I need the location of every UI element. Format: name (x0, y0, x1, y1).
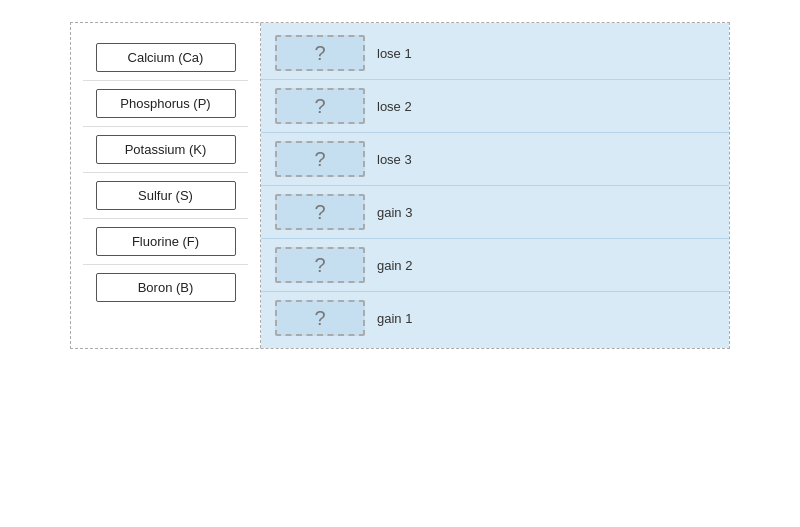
electron-label-gain3: gain 3 (377, 205, 432, 220)
match-row-lose3: ?lose 3 (261, 133, 729, 186)
drop-zone-lose2[interactable]: ? (275, 88, 365, 124)
atom-label-calcium[interactable]: Calcium (Ca) (96, 43, 236, 72)
drop-zone-gain2[interactable]: ? (275, 247, 365, 283)
drop-zone-gain1[interactable]: ? (275, 300, 365, 336)
electron-label-lose2: lose 2 (377, 99, 432, 114)
atom-row-sulfur: Sulfur (S) (83, 173, 248, 219)
electron-label-lose3: lose 3 (377, 152, 432, 167)
match-row-lose1: ?lose 1 (261, 27, 729, 80)
atom-list: Calcium (Ca)Phosphorus (P)Potassium (K)S… (83, 31, 248, 314)
electron-label-gain1: gain 1 (377, 311, 432, 326)
atom-row-fluorine: Fluorine (F) (83, 219, 248, 265)
atom-row-calcium: Calcium (Ca) (83, 35, 248, 81)
atom-label-boron[interactable]: Boron (B) (96, 273, 236, 302)
matches-panel: ?lose 1?lose 2?lose 3?gain 3?gain 2?gain… (261, 23, 729, 348)
atom-row-boron: Boron (B) (83, 265, 248, 310)
electron-label-gain2: gain 2 (377, 258, 432, 273)
drop-zone-lose3[interactable]: ? (275, 141, 365, 177)
drop-zone-gain3[interactable]: ? (275, 194, 365, 230)
atom-label-potassium[interactable]: Potassium (K) (96, 135, 236, 164)
atom-row-phosphorus: Phosphorus (P) (83, 81, 248, 127)
atom-label-fluorine[interactable]: Fluorine (F) (96, 227, 236, 256)
match-row-gain2: ?gain 2 (261, 239, 729, 292)
atom-label-phosphorus[interactable]: Phosphorus (P) (96, 89, 236, 118)
atoms-panel: Calcium (Ca)Phosphorus (P)Potassium (K)S… (71, 23, 261, 348)
match-row-lose2: ?lose 2 (261, 80, 729, 133)
match-row-gain3: ?gain 3 (261, 186, 729, 239)
electron-label-lose1: lose 1 (377, 46, 432, 61)
drop-zone-lose1[interactable]: ? (275, 35, 365, 71)
atom-label-sulfur[interactable]: Sulfur (S) (96, 181, 236, 210)
atom-row-potassium: Potassium (K) (83, 127, 248, 173)
match-row-gain1: ?gain 1 (261, 292, 729, 344)
match-container: Calcium (Ca)Phosphorus (P)Potassium (K)S… (70, 22, 730, 349)
